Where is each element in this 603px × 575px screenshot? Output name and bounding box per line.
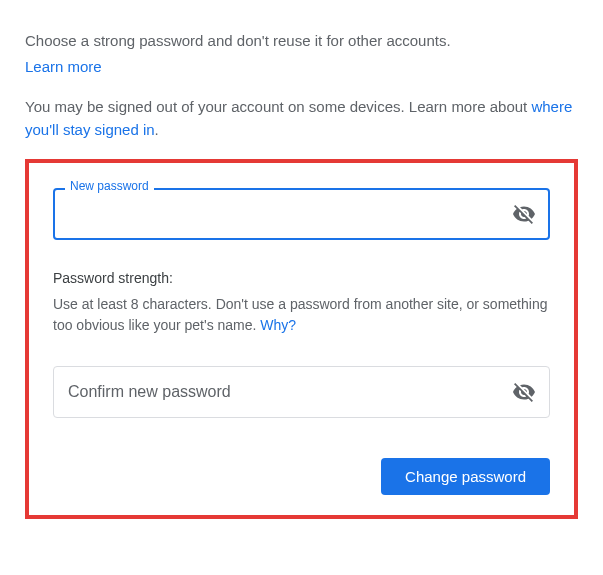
strength-description: Use at least 8 characters. Don't use a p… (53, 294, 550, 336)
eye-off-icon[interactable] (512, 380, 536, 404)
learn-more-link[interactable]: Learn more (25, 58, 102, 75)
intro-section: Choose a strong password and don't reuse… (25, 30, 578, 78)
confirm-password-input[interactable] (53, 366, 550, 418)
signout-text-b: . (155, 121, 159, 138)
button-row: Change password (53, 458, 550, 495)
password-form-highlight: New password Password strength: Use at l… (25, 159, 578, 519)
eye-off-icon[interactable] (512, 202, 536, 226)
new-password-input[interactable] (53, 188, 550, 240)
signout-note: You may be signed out of your account on… (25, 96, 578, 141)
password-strength-section: Password strength: Use at least 8 charac… (53, 270, 550, 336)
intro-line1: Choose a strong password and don't reuse… (25, 32, 451, 49)
new-password-label: New password (65, 179, 154, 193)
strength-title: Password strength: (53, 270, 550, 286)
signout-text-a: You may be signed out of your account on… (25, 98, 531, 115)
why-link[interactable]: Why? (260, 317, 296, 333)
confirm-password-group (53, 366, 550, 418)
change-password-button[interactable]: Change password (381, 458, 550, 495)
new-password-group: New password (53, 188, 550, 240)
